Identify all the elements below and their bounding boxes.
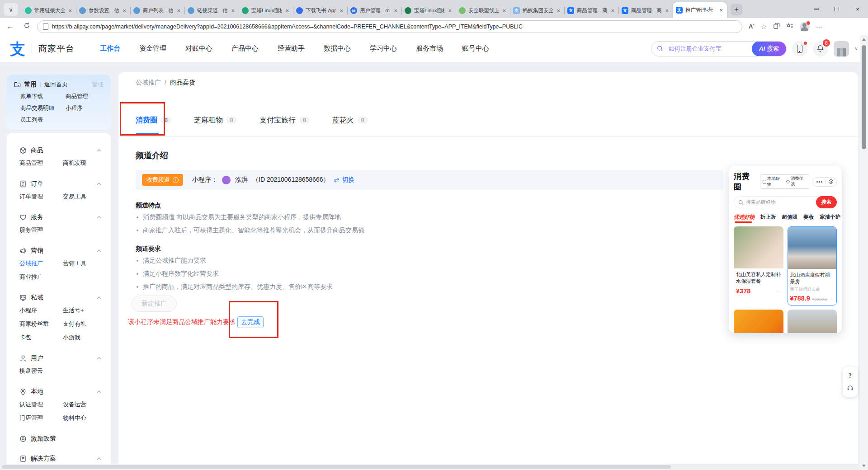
sidebar-item-支付有礼[interactable]: 支付有礼 (63, 317, 104, 331)
tab-close-icon[interactable]: × (501, 7, 507, 14)
browser-tab[interactable]: 支商品管理 - 商× (564, 3, 618, 18)
tab-close-icon[interactable]: × (610, 7, 615, 14)
tab-close-icon[interactable]: × (122, 7, 127, 14)
browser-tab[interactable]: M用户管理 - m× (347, 3, 401, 18)
sidebar-section-header[interactable]: 本地 (13, 386, 104, 398)
browser-tab[interactable]: 参数设置 - 信× (76, 3, 130, 18)
quick-link[interactable]: 商品管理 (66, 93, 104, 100)
notifications-button[interactable]: 6 (813, 41, 828, 56)
tab-消费圈[interactable]: 消费圈0 (136, 113, 171, 136)
more-dots-icon[interactable]: ⋯ (829, 296, 834, 301)
tab-支付宝旅行[interactable]: 支付宝旅行0 (259, 113, 310, 136)
preview-tab-家清个护[interactable]: 家清个护 (820, 214, 840, 221)
preview-tab-折上折[interactable]: 折上折 (760, 214, 776, 221)
browser-tab[interactable]: 商户列表 - 信× (130, 3, 184, 18)
nav-item-对账中心[interactable]: 对账中心 (185, 44, 212, 53)
nav-item-学习中心[interactable]: 学习中心 (370, 44, 397, 53)
create-promotion-button[interactable]: 新建推广 (132, 296, 177, 312)
tab-蓝花火[interactable]: 蓝花火0 (332, 113, 368, 136)
manage-link[interactable]: 管理 (92, 80, 104, 89)
browser-tab[interactable]: 下载飞书 App× (293, 3, 347, 18)
address-bar[interactable]: https://b.alipay.com/page/market/deliver… (37, 20, 742, 33)
sidebar-section-header[interactable]: 激励政策 (13, 433, 104, 445)
settings-menu-icon[interactable]: ··· (816, 23, 822, 30)
sidebar-item-小程序[interactable]: 小程序 (19, 304, 63, 317)
tab-close-icon[interactable]: × (339, 7, 344, 14)
tab-close-icon[interactable]: × (230, 7, 236, 14)
minimize-button[interactable] (806, 0, 826, 18)
quick-link[interactable]: 商品交易明细 (20, 104, 64, 112)
browser-tab[interactable]: 支推广管理-营× (673, 2, 727, 18)
tab-close-icon[interactable]: × (664, 7, 670, 14)
tab-芝麻租物[interactable]: 芝麻租物0 (194, 113, 237, 136)
sidebar-item-设备运营[interactable]: 设备运营 (63, 398, 104, 411)
read-aloud-icon[interactable]: Aᐠ (749, 23, 755, 30)
sidebar-item-门店管理[interactable]: 门店管理 (19, 411, 63, 425)
scrollbar-thumb[interactable] (862, 45, 866, 149)
sidebar-item-公域推广[interactable]: 公域推广 (19, 257, 63, 270)
sidebar-item-生活号+[interactable]: 生活号+ (63, 304, 104, 317)
switch-link[interactable]: 切换 (342, 176, 354, 184)
sidebar-section-header[interactable]: 营销 (13, 245, 104, 257)
account-avatar[interactable] (834, 41, 849, 56)
back-home-link[interactable]: 返回首页 (44, 80, 68, 89)
sidebar-item-卡包[interactable]: 卡包 (19, 331, 63, 344)
preview-tab-优选好物[interactable]: 优选好物 (734, 214, 755, 221)
product-card[interactable] (788, 310, 837, 333)
back-button[interactable]: ← (5, 22, 16, 31)
browser-tab[interactable]: 常用链接大全× (22, 3, 76, 18)
browser-tab[interactable]: 支商品管理 - 商× (618, 3, 673, 18)
close-target-icon[interactable] (829, 179, 833, 184)
chevron-up-icon[interactable] (96, 456, 102, 461)
collections-icon[interactable] (773, 23, 780, 31)
chevron-down-icon[interactable]: ∨ (854, 46, 858, 52)
browser-tab[interactable]: 宝塔Linux面板× (401, 3, 456, 18)
refresh-button[interactable] (21, 22, 33, 31)
tab-close-icon[interactable]: × (67, 7, 73, 14)
new-tab-button[interactable]: + (731, 4, 742, 15)
sidebar-item-商机发现[interactable]: 商机发现 (63, 156, 104, 170)
chevron-up-icon[interactable] (96, 295, 102, 301)
favorites-bar-icon[interactable] (786, 23, 793, 31)
chevron-up-icon[interactable] (96, 389, 102, 395)
fee-channel-badge[interactable]: 收费频道 i (142, 174, 183, 186)
help-question-icon[interactable]: ? (849, 372, 852, 380)
chevron-up-icon[interactable] (96, 181, 102, 187)
product-card[interactable] (734, 310, 783, 333)
tab-close-icon[interactable]: × (556, 7, 561, 14)
browser-tab[interactable]: 支蚂蚁集团安全× (510, 3, 564, 18)
sidebar-section-header[interactable]: 私域 (13, 292, 104, 304)
preview-tab-美妆[interactable]: 美妆 (803, 214, 814, 221)
preview-tab-超值团[interactable]: 超值团 (782, 214, 798, 221)
sidebar-item-服务管理[interactable]: 服务管理 (19, 223, 63, 237)
ai-search-button[interactable]: AI搜索 (752, 41, 786, 56)
quick-link[interactable]: 员工列表 (20, 116, 64, 124)
sidebar-item-认证管理[interactable]: 认证管理 (19, 398, 63, 411)
browser-tab[interactable]: 宝塔Linux面板× (239, 3, 293, 18)
vertical-scrollbar[interactable] (860, 35, 868, 470)
ai-search-box[interactable]: AI搜索 (651, 41, 787, 56)
scrollbar-thumb[interactable] (2, 465, 671, 469)
sidebar-section-header[interactable]: 解决方案 (13, 453, 104, 465)
sidebar-section-header[interactable]: 商品 (13, 145, 104, 156)
mobile-app-button[interactable] (792, 41, 807, 56)
tab-close-icon[interactable]: × (176, 7, 181, 14)
preview-search-button[interactable]: 搜索 (816, 196, 837, 208)
restore-button[interactable] (826, 0, 847, 18)
sidebar-item-营销工具[interactable]: 营销工具 (63, 257, 104, 270)
nav-item-账号中心[interactable]: 账号中心 (462, 44, 489, 53)
browser-tab[interactable]: 安全联盟线上× (456, 3, 510, 18)
alipay-logo[interactable]: 支 (10, 41, 25, 56)
chevron-up-icon[interactable] (96, 215, 102, 220)
tab-close-icon[interactable]: × (393, 7, 398, 14)
nav-item-资金管理[interactable]: 资金管理 (139, 44, 166, 53)
tab-close-icon[interactable]: × (718, 7, 724, 14)
more-dots-icon[interactable]: ⋯ (776, 289, 781, 294)
product-card[interactable]: 北山美容私人定制补水保湿套餐¥378⋯ (734, 226, 783, 306)
tab-close-icon[interactable]: × (447, 7, 453, 14)
go-complete-link[interactable]: 去完成 (237, 316, 264, 328)
headset-icon[interactable] (847, 385, 854, 391)
sidebar-item-商家粉丝群[interactable]: 商家粉丝群 (19, 317, 63, 331)
sidebar-section-header[interactable]: 用户 (13, 352, 104, 364)
quick-link[interactable]: 小程序 (66, 104, 104, 112)
